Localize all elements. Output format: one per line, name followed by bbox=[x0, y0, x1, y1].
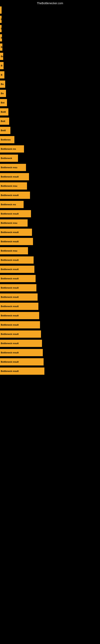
bar-29: Bottleneck result bbox=[0, 275, 36, 282]
bar-label-7: B bbox=[1, 74, 2, 76]
bar-16: Bottleneck bbox=[0, 154, 18, 162]
bar-label-22: Bottleneck result bbox=[1, 212, 19, 215]
bar-11: Bottl bbox=[0, 108, 8, 116]
bar-4: B bbox=[0, 44, 2, 51]
bar-36: Bottleneck result bbox=[0, 340, 42, 347]
bar-row bbox=[0, 6, 100, 14]
bar-row: Bottleneck resu bbox=[0, 163, 100, 172]
bar-row: Bottleneck resu bbox=[0, 182, 100, 190]
bar-label-31: Bottleneck result bbox=[1, 296, 19, 298]
bar-label-29: Bottleneck result bbox=[1, 277, 19, 280]
bar-row: Bott bbox=[0, 117, 100, 126]
bar-row: Bottleneck res bbox=[0, 200, 100, 209]
bar-0 bbox=[0, 6, 1, 14]
bar-row: Bottleneck result bbox=[0, 302, 100, 311]
bar-32: Bottleneck result bbox=[0, 303, 38, 310]
bar-row: B bbox=[0, 43, 100, 52]
bar-row: Bottleneck result bbox=[0, 348, 100, 357]
bar-label-39: Bottleneck result bbox=[1, 370, 19, 372]
bar-row: Bottleneck result bbox=[0, 209, 100, 218]
bar-8: Bo bbox=[0, 80, 5, 88]
bar-label-5: Bo bbox=[1, 55, 3, 58]
bar-row: Bottleneck result bbox=[0, 228, 100, 237]
bar-22: Bottleneck result bbox=[0, 210, 31, 217]
bar-label-24: Bottleneck result bbox=[1, 231, 19, 234]
bar-row: Bottl bbox=[0, 126, 100, 135]
bar-row: Bottleneck result bbox=[0, 339, 100, 348]
bar-row: Bottleneck result bbox=[0, 191, 100, 200]
bar-row: Bot bbox=[0, 98, 100, 107]
bar-26: Bottleneck resu bbox=[0, 247, 28, 254]
bar-label-26: Bottleneck resu bbox=[1, 250, 17, 252]
bar-14: Bottlenec bbox=[0, 136, 14, 143]
bar-label-27: Bottleneck result bbox=[1, 259, 19, 261]
bar-row: Bottleneck result bbox=[0, 265, 100, 274]
bar-label-25: Bottleneck result bbox=[1, 240, 19, 243]
bar-row: Bottleneck result bbox=[0, 172, 100, 181]
bar-label-35: Bottleneck result bbox=[1, 333, 19, 335]
bar-row: Bo bbox=[0, 52, 100, 61]
bar-label-2: E bbox=[1, 27, 1, 30]
bar-30: Bottleneck result bbox=[0, 284, 36, 292]
bar-label-14: Bottlenec bbox=[1, 138, 11, 141]
bar-19: Bottleneck resu bbox=[0, 182, 27, 190]
bar-label-10: Bot bbox=[1, 102, 4, 104]
bar-label-4: B bbox=[1, 46, 2, 48]
bar-label-37: Bottleneck result bbox=[1, 352, 19, 354]
bar-label-12: Bott bbox=[1, 120, 5, 122]
bar-row: Bottleneck result bbox=[0, 330, 100, 338]
bar-label-3: B bbox=[1, 37, 2, 39]
bar-10: Bot bbox=[0, 99, 7, 106]
bar-label-32: Bottleneck result bbox=[1, 305, 19, 308]
bar-row: Bottleneck res bbox=[0, 144, 100, 153]
bar-6: B bbox=[0, 62, 3, 69]
bar-2: E bbox=[0, 25, 1, 32]
bar-label-11: Bottl bbox=[1, 111, 6, 113]
bar-34: Bottleneck result bbox=[0, 321, 40, 328]
bar-row: Bottleneck result bbox=[0, 320, 100, 329]
bar-label-34: Bottleneck result bbox=[1, 324, 19, 326]
bar-label-36: Bottleneck result bbox=[1, 342, 19, 344]
bar-label-8: Bo bbox=[1, 83, 4, 85]
bar-label-38: Bottleneck result bbox=[1, 361, 19, 363]
bar-label-13: Bottl bbox=[1, 129, 6, 132]
bar-row: P bbox=[0, 15, 100, 24]
bar-27: Bottleneck result bbox=[0, 256, 34, 264]
bar-label-19: Bottleneck resu bbox=[1, 185, 17, 187]
bar-39: Bottleneck result bbox=[0, 368, 44, 375]
bar-row: Bo bbox=[0, 89, 100, 98]
bar-21: Bottleneck res bbox=[0, 201, 24, 208]
bar-5: Bo bbox=[0, 53, 3, 60]
bar-row: Bottleneck result bbox=[0, 311, 100, 320]
bar-15: Bottleneck res bbox=[0, 145, 24, 152]
bar-33: Bottleneck result bbox=[0, 312, 39, 319]
bar-18: Bottleneck result bbox=[0, 173, 29, 180]
bar-label-17: Bottleneck resu bbox=[1, 166, 17, 169]
bar-25: Bottleneck result bbox=[0, 238, 33, 245]
bar-9: Bo bbox=[0, 90, 6, 97]
bar-label-16: Bottleneck bbox=[1, 157, 12, 160]
bar-row: Bottleneck resu bbox=[0, 246, 100, 255]
bar-row: Bottlenec bbox=[0, 135, 100, 144]
bar-17: Bottleneck resu bbox=[0, 164, 26, 171]
bar-row: B bbox=[0, 70, 100, 79]
bar-13: Bottl bbox=[0, 127, 10, 134]
bar-label-20: Bottleneck result bbox=[1, 194, 19, 196]
bar-label-18: Bottleneck result bbox=[1, 176, 19, 178]
bar-1: P bbox=[0, 16, 1, 23]
bar-row: Bottleneck bbox=[0, 154, 100, 162]
bar-24: Bottleneck result bbox=[0, 228, 32, 236]
bar-35: Bottleneck result bbox=[0, 330, 41, 338]
bar-row: Bottleneck result bbox=[0, 256, 100, 264]
bar-row: Bo bbox=[0, 80, 100, 88]
bar-28: Bottleneck result bbox=[0, 266, 34, 273]
bar-3: B bbox=[0, 34, 2, 42]
bar-label-33: Bottleneck result bbox=[1, 314, 19, 317]
bar-row: Bottleneck result bbox=[0, 367, 100, 376]
bar-row: Bottleneck result bbox=[0, 237, 100, 246]
site-title: TheBottlenecker.com bbox=[0, 0, 100, 6]
bar-38: Bottleneck result bbox=[0, 358, 44, 366]
bar-20: Bottleneck result bbox=[0, 192, 30, 199]
bar-label-21: Bottleneck res bbox=[1, 203, 16, 206]
bar-label-30: Bottleneck result bbox=[1, 286, 19, 289]
